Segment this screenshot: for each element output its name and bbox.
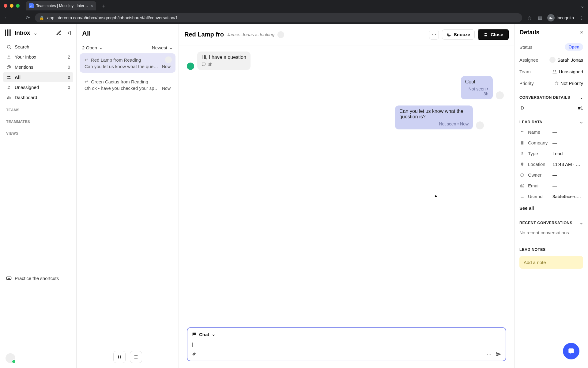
details-panel: Details × Status Open Assignee Sarah Jon… xyxy=(514,24,588,368)
practice-shortcuts-button[interactable]: Practice the shortcuts xyxy=(3,272,73,284)
detail-row-priority[interactable]: Priority ☆Not Priority xyxy=(519,77,583,89)
svg-rect-10 xyxy=(120,355,121,358)
agent-avatar-icon xyxy=(476,121,484,129)
add-note-input[interactable]: Add a note xyxy=(519,256,583,269)
tab-close-icon[interactable]: × xyxy=(91,3,93,8)
window-zoom-icon[interactable] xyxy=(16,4,20,8)
conversation-title: Red Lamp fro xyxy=(184,31,224,38)
details-close-icon[interactable]: × xyxy=(580,29,583,36)
chevron-down-icon: ⌄ xyxy=(580,95,583,100)
url-text: app.intercom.com/a/inbox/nnsgmgob/inbox/… xyxy=(47,15,178,20)
incognito-icon xyxy=(547,14,555,21)
svg-rect-9 xyxy=(118,355,119,358)
conversation-item[interactable]: ↩ Green Cactus from Reading Oh ok - have… xyxy=(80,75,175,94)
back-icon[interactable]: ← xyxy=(4,15,10,21)
sort-dropdown[interactable]: Newest ⌄ xyxy=(152,45,173,50)
at-icon: @ xyxy=(6,64,12,70)
more-icon[interactable]: ⋯ xyxy=(487,351,492,357)
detail-row-assignee[interactable]: Assignee Sarah Jonas xyxy=(519,54,583,66)
star-icon[interactable]: ☆ xyxy=(526,15,533,21)
bolt-icon[interactable] xyxy=(192,352,197,357)
conv-item-time: Now xyxy=(162,64,171,69)
lead-row-location[interactable]: Location 11:43 AM · Rea… xyxy=(519,159,583,170)
id-icon xyxy=(519,194,525,199)
detail-value: #1 xyxy=(578,105,583,110)
extensions-icon[interactable]: ▤ xyxy=(537,15,543,21)
chat-icon xyxy=(192,332,197,337)
comment-icon xyxy=(202,62,206,67)
conv-item-preview: Oh ok - have you checked your spa… xyxy=(85,86,160,91)
sidebar-item-mentions[interactable]: @ Mentions 0 xyxy=(3,62,73,72)
address-bar: ← → ⟳ 🔒 app.intercom.com/a/inbox/nnsgmgo… xyxy=(0,12,588,24)
conversation-item[interactable]: ↩ Red Lamp from Reading Can you let us k… xyxy=(80,53,175,73)
sidebar-section-views: VIEWS xyxy=(3,126,73,137)
svg-rect-8 xyxy=(7,277,11,280)
url-field[interactable]: 🔒 app.intercom.com/a/inbox/nnsgmgob/inbo… xyxy=(35,13,522,22)
snooze-button[interactable]: Snooze xyxy=(442,29,475,40)
section-lead-notes[interactable]: LEAD NOTES xyxy=(519,241,583,254)
browser-tab[interactable]: ⌂ Teammates | Moodjoy | Interco × xyxy=(26,1,96,10)
incognito-badge[interactable]: Incognito xyxy=(547,14,574,21)
window-close-icon[interactable] xyxy=(4,4,7,8)
avatar-icon xyxy=(549,57,556,63)
lead-row-email[interactable]: @ Email — xyxy=(519,180,583,191)
sidebar-search[interactable]: Search xyxy=(3,42,73,52)
lead-row-userid[interactable]: User id 3ab545ce-cc9… xyxy=(519,191,583,202)
convlist-title: All xyxy=(82,29,173,37)
chevron-down-icon[interactable]: ⌄ xyxy=(33,30,37,36)
participant-avatar-icon xyxy=(277,31,284,38)
composer-input[interactable] xyxy=(192,341,501,347)
message-outgoing: Can you let us know what the question is… xyxy=(395,105,506,129)
section-conversation-details[interactable]: CONVERSATION DETAILS ⌄ xyxy=(519,89,583,102)
compose-icon[interactable] xyxy=(56,30,62,36)
forward-icon[interactable]: → xyxy=(14,15,20,21)
detail-label: Priority xyxy=(519,81,534,86)
message-outgoing: Cool Not seen • 3h xyxy=(461,76,506,99)
reload-icon[interactable]: ⟳ xyxy=(24,15,31,21)
sidebar-item-all[interactable]: All 2 xyxy=(3,72,73,82)
current-user-avatar[interactable] xyxy=(6,353,15,363)
filter-open-label: 2 Open xyxy=(82,45,97,50)
detail-row-team[interactable]: Team Unassigned xyxy=(519,66,583,77)
messenger-launcher-button[interactable] xyxy=(563,343,579,359)
filter-open-dropdown[interactable]: 2 Open ⌄ xyxy=(82,45,103,50)
message-meta: 3h xyxy=(208,62,213,67)
composer[interactable]: Chat ⌄ ⋯ xyxy=(187,327,506,361)
conversation-list: All 2 Open ⌄ Newest ⌄ ↩ Red Lamp from Re… xyxy=(77,24,179,368)
sidebar-item-label: Mentions xyxy=(15,64,33,70)
people-icon xyxy=(519,130,525,134)
detail-value: Not Priority xyxy=(560,81,583,86)
list-menu-button[interactable] xyxy=(130,351,142,363)
lead-row-type[interactable]: Type Lead xyxy=(519,148,583,159)
archive-icon xyxy=(483,32,488,37)
close-conversation-button[interactable]: Close xyxy=(478,29,509,40)
chevron-down-icon[interactable]: ⌄ xyxy=(580,3,584,9)
message-incoming: Hi, I have a question 3h xyxy=(187,52,506,70)
section-recent-conversations[interactable]: RECENT CONVERSATIONS ⌄ xyxy=(519,214,583,228)
window-minimize-icon[interactable] xyxy=(10,4,13,8)
composer-mode-dropdown[interactable]: Chat ⌄ xyxy=(192,332,501,337)
sidebar-item-dashboard[interactable]: Dashboard xyxy=(3,92,73,102)
conversation-more-button[interactable]: ⋯ xyxy=(429,30,439,40)
svg-point-2 xyxy=(7,76,9,77)
new-tab-button[interactable]: ＋ xyxy=(99,2,108,10)
pause-button[interactable] xyxy=(113,351,126,363)
status-badge[interactable]: Open xyxy=(565,43,583,51)
chevron-down-icon: ⌄ xyxy=(580,120,583,124)
lead-row-owner[interactable]: Owner — xyxy=(519,170,583,180)
moon-icon xyxy=(447,32,451,37)
collapse-sidebar-icon[interactable] xyxy=(66,30,71,36)
detail-label: Assignee xyxy=(519,57,538,63)
kebab-icon[interactable]: ⋮ xyxy=(578,15,584,21)
lead-row-name[interactable]: Name — xyxy=(519,127,583,137)
section-lead-data[interactable]: LEAD DATA ⌄ xyxy=(519,113,583,127)
detail-value: Sarah Jonas xyxy=(557,57,583,63)
sidebar-item-your-inbox[interactable]: Your inbox 2 xyxy=(3,52,73,62)
window-controls[interactable] xyxy=(4,4,20,8)
no-recent-text: No recent conversations xyxy=(519,228,583,241)
see-all-button[interactable]: See all xyxy=(519,202,583,214)
send-icon[interactable] xyxy=(496,351,501,357)
lead-row-company[interactable]: Company — xyxy=(519,137,583,148)
sidebar-item-unassigned[interactable]: Unassigned 0 xyxy=(3,82,73,92)
sidebar-item-label: Your inbox xyxy=(15,54,36,59)
